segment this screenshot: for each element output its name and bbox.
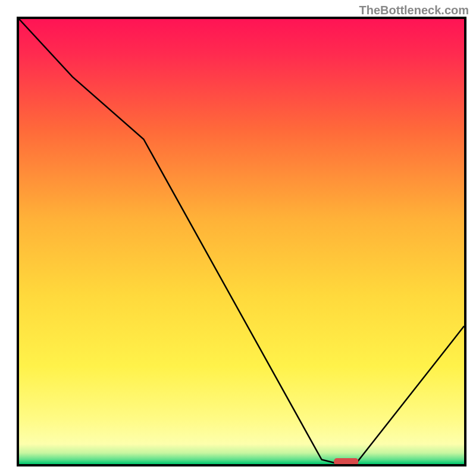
gradient-background xyxy=(19,19,464,464)
bottleneck-chart xyxy=(17,17,466,466)
watermark-text: TheBottleneck.com xyxy=(359,4,469,17)
chart-svg xyxy=(19,19,464,464)
optimal-range-marker xyxy=(334,458,358,464)
